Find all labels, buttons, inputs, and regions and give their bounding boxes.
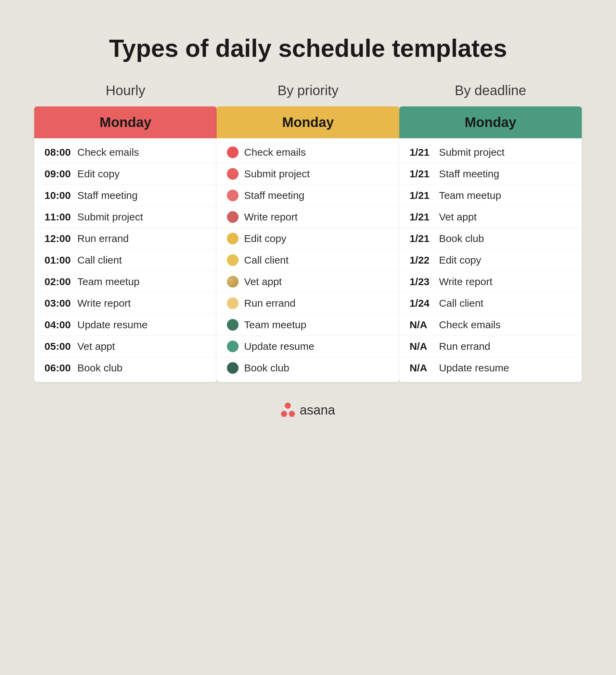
row-task: Update resume [439,362,509,374]
priority-dot-icon [227,190,239,201]
column-label-deadline: By deadline [455,83,526,98]
row-task: Check emails [77,147,139,158]
asana-dot-bottom-left [281,411,287,417]
row-date: 1/21 [410,233,434,244]
table-row: 1/24 Call client [399,293,582,314]
asana-brand-name: asana [300,403,335,418]
table-row: 09:00 Edit copy [34,163,217,185]
row-task: Run errand [77,233,129,244]
row-task: Submit project [439,147,505,158]
row-task: Book club [77,362,123,374]
table-row: 1/21 Team meetup [399,185,582,206]
card-deadline: Monday 1/21 Submit project 1/21 Staff me… [399,106,582,382]
row-task: Write report [244,211,297,223]
priority-dot-icon [227,147,239,158]
row-task: Team meetup [244,319,306,331]
table-row: 04:00 Update resume [34,314,217,336]
row-date: 1/21 [410,147,434,158]
row-task: Staff meeting [77,190,138,201]
priority-dot-icon [227,233,239,244]
row-time: 10:00 [44,190,72,201]
row-time: 08:00 [44,147,72,158]
table-row: Update resume [217,336,399,357]
table-row: Check emails [217,142,399,163]
card-header-priority: Monday [217,106,399,138]
table-row: Staff meeting [217,185,399,206]
row-task: Call client [244,254,288,266]
card-hourly: Monday 08:00 Check emails 09:00 Edit cop… [34,106,217,382]
row-time: 01:00 [44,254,72,266]
table-row: 1/21 Staff meeting [399,163,582,185]
row-time: 02:00 [44,276,72,288]
row-task: Vet appt [244,276,282,288]
row-date: 1/23 [410,276,434,288]
row-time: 05:00 [44,341,72,352]
column-label-hourly: Hourly [106,83,145,98]
asana-dots-top [285,403,291,411]
columns-wrapper: Hourly Monday 08:00 Check emails 09:00 E… [34,83,582,382]
row-task: Submit project [77,211,143,223]
row-task: Edit copy [439,254,481,266]
table-row: 01:00 Call client [34,250,217,271]
row-task: Call client [77,254,122,266]
card-body-priority: Check emails Submit project Staff meetin… [217,138,399,382]
column-label-priority: By priority [278,83,338,98]
table-row: 1/23 Write report [399,271,582,293]
priority-dot-icon [227,254,239,266]
row-task: Check emails [244,147,306,158]
table-row: Edit copy [217,228,399,250]
table-row: N/A Check emails [399,314,582,336]
row-task: Write report [439,276,492,288]
priority-dot-icon [227,297,239,309]
table-row: N/A Update resume [399,357,582,379]
page-container: Types of daily schedule templates Hourly… [7,14,609,675]
asana-dots-bottom [281,411,295,417]
row-date: 1/21 [410,168,434,180]
priority-dot-icon [227,362,239,374]
card-header-text-hourly: Monday [100,115,151,130]
asana-footer: asana [281,403,335,418]
row-date: 1/24 [410,297,434,309]
row-task: Update resume [77,319,147,331]
row-task: Edit copy [244,233,286,244]
table-row: 08:00 Check emails [34,142,217,163]
priority-dot-icon [227,341,239,352]
table-row: Team meetup [217,314,399,336]
row-date: N/A [410,362,434,374]
row-task: Submit project [244,168,310,180]
table-row: 02:00 Team meetup [34,271,217,293]
table-row: 1/21 Book club [399,228,582,250]
asana-logo-icon [281,403,295,417]
row-date: N/A [410,319,434,331]
row-date: 1/21 [410,190,434,201]
row-time: 06:00 [44,362,72,374]
table-row: 1/21 Submit project [399,142,582,163]
card-header-text-priority: Monday [282,115,334,130]
table-row: 1/21 Vet appt [399,206,582,228]
row-time: 03:00 [44,297,72,309]
card-header-hourly: Monday [34,106,217,138]
row-task: Staff meeting [244,190,304,201]
asana-dot-bottom-right [289,411,295,417]
table-row: Run errand [217,293,399,314]
row-date: 1/22 [410,254,434,266]
table-row: 11:00 Submit project [34,206,217,228]
priority-dot-icon [227,319,239,331]
card-header-deadline: Monday [399,106,582,138]
row-task: Book club [244,362,289,374]
column-priority: By priority Monday Check emails Submit p… [217,83,399,382]
card-body-hourly: 08:00 Check emails 09:00 Edit copy 10:00… [34,138,217,382]
table-row: 12:00 Run errand [34,228,217,250]
row-task: Run errand [244,297,295,309]
row-task: Write report [77,297,131,309]
table-row: Call client [217,250,399,271]
table-row: 06:00 Book club [34,357,217,379]
row-task: Vet appt [77,341,115,352]
priority-dot-icon [227,276,239,288]
priority-dot-icon [227,168,239,180]
page-title: Types of daily schedule templates [109,34,507,62]
table-row: Vet appt [217,271,399,293]
row-task: Update resume [244,341,314,352]
row-task: Staff meeting [439,168,499,180]
priority-dot-icon [227,211,239,223]
